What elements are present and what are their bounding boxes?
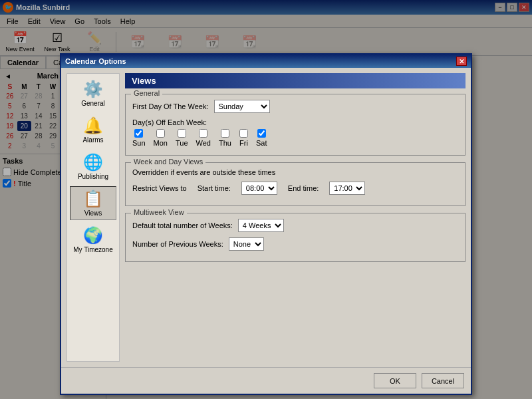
cancel-button[interactable]: Cancel — [422, 373, 464, 388]
sidebar-label-publishing: Publishing — [78, 173, 108, 180]
prev-weeks-label: Number of Previous Weeks: — [132, 240, 223, 248]
dialog-close-button[interactable]: ✕ — [456, 57, 467, 66]
day-off-fri-label: Fri — [239, 139, 248, 147]
first-day-row: First Day Of The Week: Sunday Monday Tue… — [132, 100, 458, 113]
dialog-body: ⚙️ General 🔔 Alarms 🌐 Publishing 📋 Views… — [61, 68, 471, 367]
views-section-header: Views — [125, 73, 466, 88]
dialog-overlay: Calendar Options ✕ ⚙️ General 🔔 Alarms 🌐… — [0, 0, 532, 399]
day-off-tue-label: Tue — [176, 139, 188, 147]
day-off-wed-label: Wed — [196, 139, 211, 147]
day-off-tue-check[interactable] — [178, 129, 186, 138]
total-weeks-label: Default total number of Weeks: — [132, 221, 233, 229]
day-off-fri-check[interactable] — [239, 129, 248, 138]
override-label-row: Overridden if events are outside these t… — [132, 168, 458, 176]
dialog-title: Calendar Options — [65, 57, 126, 65]
override-label: Overridden if events are outside these t… — [132, 168, 275, 176]
day-off-thu: Thu — [219, 129, 231, 147]
first-day-label: First Day Of The Week: — [132, 102, 209, 110]
views-icon: 📋 — [83, 190, 103, 208]
end-time-label: End time: — [288, 184, 319, 192]
start-time-select[interactable]: 06:00 07:00 08:00 09:00 10:00 — [241, 182, 277, 195]
dialog-footer: OK Cancel — [61, 367, 471, 394]
end-time-select[interactable]: 15:00 16:00 17:00 18:00 19:00 — [329, 182, 365, 195]
day-off-mon: Mon — [154, 129, 168, 147]
dialog-title-bar: Calendar Options ✕ — [61, 55, 471, 68]
days-off-checkboxes: Sun Mon Tue Wed — [132, 129, 458, 147]
total-weeks-select[interactable]: 1 Week 2 Weeks 3 Weeks 4 Weeks 5 Weeks 6… — [238, 219, 284, 232]
sidebar-label-alarms: Alarms — [82, 136, 103, 144]
day-off-sun-check[interactable] — [134, 129, 143, 138]
day-off-thu-label: Thu — [219, 139, 231, 147]
first-day-select[interactable]: Sunday Monday Tuesday Wednesday Thursday… — [214, 100, 270, 113]
prev-weeks-select[interactable]: None 1 2 3 4 — [229, 237, 264, 251]
sidebar-item-timezone[interactable]: 🌍 My Timezone — [70, 223, 116, 257]
day-off-fri: Fri — [239, 129, 248, 147]
multiweek-group-title: Multiweek View — [131, 208, 187, 216]
general-icon: ⚙️ — [83, 80, 103, 98]
alarms-icon: 🔔 — [83, 116, 103, 135]
days-off-label: Day(s) Off Each Week: — [132, 118, 207, 126]
ok-button[interactable]: OK — [374, 373, 416, 388]
sidebar-label-general: General — [81, 100, 105, 107]
day-off-thu-check[interactable] — [221, 129, 229, 138]
general-group-title: General — [131, 89, 162, 97]
calendar-options-dialog: Calendar Options ✕ ⚙️ General 🔔 Alarms 🌐… — [60, 53, 472, 395]
sidebar-item-publishing[interactable]: 🌐 Publishing — [70, 150, 116, 184]
general-group-box: General First Day Of The Week: Sunday Mo… — [125, 94, 466, 156]
restrict-label: Restrict Views to — [132, 184, 187, 192]
day-off-sun: Sun — [132, 129, 146, 147]
publishing-icon: 🌐 — [83, 153, 103, 172]
week-day-group-box: Week and Day Views Overridden if events … — [125, 162, 466, 206]
timezone-icon: 🌍 — [83, 226, 103, 245]
sidebar-label-views: Views — [84, 209, 102, 217]
day-off-wed-check[interactable] — [199, 129, 207, 138]
total-weeks-row: Default total number of Weeks: 1 Week 2 … — [132, 219, 458, 232]
sidebar-label-timezone: My Timezone — [73, 246, 112, 253]
prev-weeks-row: Number of Previous Weeks: None 1 2 3 4 — [132, 237, 458, 251]
week-day-group-title: Week and Day Views — [131, 158, 205, 166]
days-off-row: Day(s) Off Each Week: — [132, 118, 458, 126]
multiweek-group-box: Multiweek View Default total number of W… — [125, 213, 466, 262]
day-off-sat: Sat — [256, 129, 267, 147]
day-off-mon-label: Mon — [154, 139, 168, 147]
day-off-tue: Tue — [176, 129, 188, 147]
day-off-sun-label: Sun — [132, 139, 146, 147]
dialog-content-views: Views General First Day Of The Week: Sun… — [125, 73, 466, 362]
restrict-row: Restrict Views to Start time: 06:00 07:0… — [132, 182, 458, 195]
start-time-label: Start time: — [198, 184, 231, 192]
day-off-wed: Wed — [196, 129, 211, 147]
sidebar-item-general[interactable]: ⚙️ General — [70, 76, 116, 110]
day-off-mon-check[interactable] — [156, 129, 165, 138]
day-off-sat-label: Sat — [256, 139, 267, 147]
day-off-sat-check[interactable] — [257, 129, 266, 138]
sidebar-item-views[interactable]: 📋 Views — [70, 186, 116, 220]
dialog-sidebar: ⚙️ General 🔔 Alarms 🌐 Publishing 📋 Views… — [66, 73, 120, 362]
sidebar-item-alarms[interactable]: 🔔 Alarms — [70, 113, 116, 147]
